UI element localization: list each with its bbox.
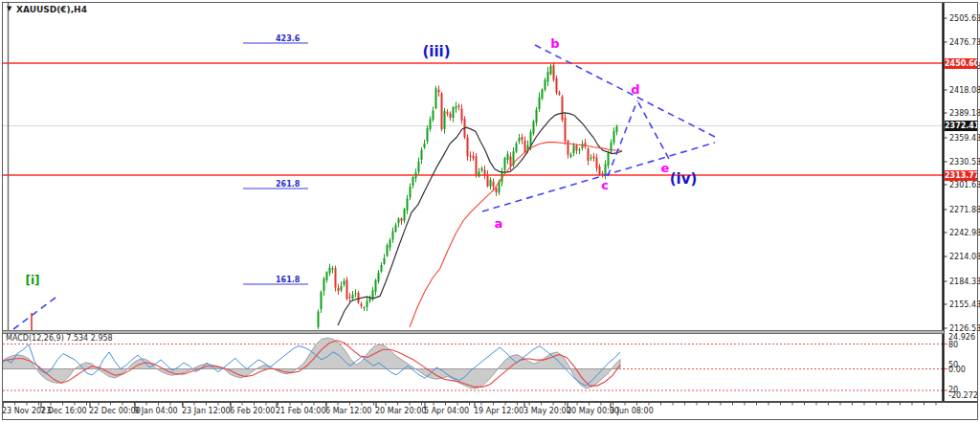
time-axis-label: 22 Dec 00:00 xyxy=(89,407,141,415)
time-axis-label: 3 May 20:00 xyxy=(523,407,571,415)
time-axis-label: 21 Feb 04:00 xyxy=(276,407,325,415)
price-badge-2450.60: 2450.60 xyxy=(945,58,978,69)
macd-scale-label: 80 xyxy=(948,341,958,349)
price-tick-label: 2476.73 xyxy=(949,38,980,47)
wave-label-a: a xyxy=(495,216,503,231)
price-tick-label: 2389.18 xyxy=(949,109,980,118)
pane-splitter[interactable] xyxy=(3,330,944,334)
symbol-dropdown-icon[interactable]: ▼ xyxy=(7,5,11,12)
price-tick-label: 2330.53 xyxy=(949,158,980,167)
price-tick-label: 2126.53 xyxy=(949,324,980,333)
time-axis-label: 5 Apr 04:00 xyxy=(424,407,469,415)
fib-level-label: 261.8 xyxy=(276,180,300,189)
time-axis-label: 6 Feb 20:00 xyxy=(230,407,275,415)
wave-label-iii: (iii) xyxy=(422,43,450,60)
macd-indicator-label: MACD(12,26,9) 7.534 2.958 xyxy=(6,334,113,343)
price-tick-label: 2359.43 xyxy=(949,134,980,143)
time-axis-label: 3 Jun 08:00 xyxy=(610,407,654,415)
chart-symbol-title: XAUUSD(€),H4 xyxy=(16,5,87,14)
price-tick-label: 2184.33 xyxy=(949,278,980,286)
time-axis-label: 20 Mar 20:00 xyxy=(375,407,426,415)
price-tick-label: 2214.08 xyxy=(949,253,980,261)
trading-chart-window: ▼ XAUUSD(€),H4 423.6261.8161.8 (iii)bdac… xyxy=(0,0,980,422)
wave-label-d: d xyxy=(631,82,639,97)
time-axis-label: 9 Jan 04:00 xyxy=(134,407,178,415)
wave-label-e: e xyxy=(661,161,670,175)
wave-label-b: b xyxy=(550,36,559,51)
wave-label-iv: (iv) xyxy=(670,170,698,188)
price-tick-label: 2301.63 xyxy=(949,181,980,189)
wave-label-i: [i] xyxy=(25,274,39,287)
macd-scale-label: 0.00 xyxy=(948,366,966,374)
price-badge-2313.77: 2313.77 xyxy=(945,170,978,181)
time-axis-label: 19 Apr 12:00 xyxy=(474,407,523,415)
fib-level-label: 423.6 xyxy=(276,34,300,43)
price-tick-label: 2271.88 xyxy=(949,206,980,214)
time-axis-label: 23 Jan 12:00 xyxy=(182,407,231,415)
price-tick-label: 2505.63 xyxy=(949,14,980,23)
time-axis-label: 6 Mar 12:00 xyxy=(325,407,371,415)
price-tick-label: 2155.43 xyxy=(949,300,980,309)
time-axis-separator xyxy=(2,401,978,403)
time-axis-label: 7 Dec 16:00 xyxy=(40,407,87,415)
wave-label-c: c xyxy=(601,178,609,192)
price-badge-2372.41: 2372.41 xyxy=(945,121,978,131)
chart-canvas[interactable] xyxy=(0,0,980,422)
fib-level-label: 161.8 xyxy=(276,276,300,284)
macd-scale-label: -20.272 xyxy=(948,391,978,400)
price-tick-label: 2242.98 xyxy=(949,229,980,237)
price-tick-label: 2418.08 xyxy=(949,86,980,95)
